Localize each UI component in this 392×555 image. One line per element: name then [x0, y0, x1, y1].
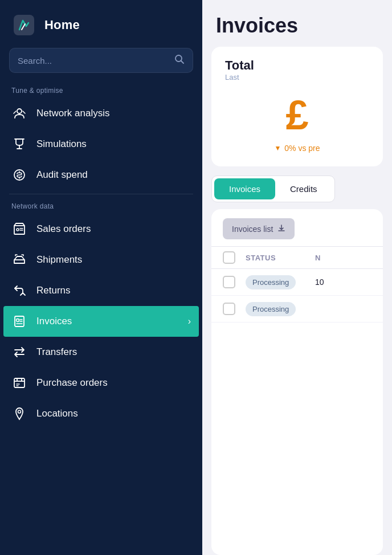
sidebar-item-shipments-label: Shipments	[36, 254, 191, 266]
purchase-orders-icon	[11, 375, 27, 391]
sidebar-item-purchase-orders[interactable]: Purchase orders	[0, 368, 202, 398]
sidebar-item-locations-label: Locations	[36, 408, 191, 419]
invoices-list-button[interactable]: Invoices list	[223, 218, 295, 239]
audit-spend-icon	[11, 167, 27, 183]
sidebar-item-invoices[interactable]: Invoices ›	[3, 306, 199, 337]
sidebar-item-shipments[interactable]: Shipments	[0, 244, 202, 275]
sidebar-item-sales-orders-label: Sales orders	[36, 223, 191, 235]
sidebar-item-transfers[interactable]: Transfers	[0, 337, 202, 368]
sidebar-item-network-analysis[interactable]: Network analysis	[0, 98, 202, 129]
sidebar-item-returns[interactable]: Returns	[0, 275, 202, 306]
svg-point-3	[17, 109, 22, 113]
transfers-icon	[11, 344, 27, 360]
select-all-checkbox[interactable]	[223, 251, 235, 264]
section-tune-label: Tune & optimise	[0, 82, 202, 98]
tabs-container: Invoices Credits	[211, 176, 335, 202]
sidebar-item-transfers-label: Transfers	[36, 346, 191, 358]
status-badge: Processing	[246, 275, 296, 289]
sidebar-divider	[9, 194, 193, 194]
section-network-label: Network data	[0, 198, 202, 214]
sales-orders-icon	[11, 221, 27, 237]
table-header-row: Status N	[211, 246, 383, 269]
summary-subtitle: Last	[225, 73, 239, 81]
svg-point-22	[18, 410, 21, 413]
sidebar-item-invoices-label: Invoices	[36, 316, 179, 327]
table-section: Invoices list Status N	[211, 209, 383, 555]
search-wrapper	[9, 48, 193, 73]
row-checkbox[interactable]	[223, 276, 235, 288]
sidebar-item-simulations-label: Simulations	[36, 138, 191, 150]
comparison-text: 0% vs pre	[284, 144, 320, 153]
row-checkbox[interactable]	[223, 303, 235, 315]
search-container	[9, 48, 193, 73]
number-header: N	[315, 254, 371, 262]
row-checkbox-cell	[223, 276, 239, 288]
table-row[interactable]: Processing 10	[211, 269, 383, 296]
search-icon	[174, 54, 185, 67]
row-checkbox-cell	[223, 303, 239, 315]
tab-invoices[interactable]: Invoices	[214, 178, 275, 199]
summary-value: £	[285, 87, 308, 144]
logo-icon[interactable]	[11, 13, 36, 38]
sidebar-header: Home	[0, 0, 202, 48]
home-label: Home	[44, 18, 80, 32]
download-icon	[277, 224, 285, 234]
sidebar: Home Tune & optimise Network analysis	[0, 0, 202, 555]
network-analysis-icon	[11, 105, 27, 121]
sidebar-item-purchase-orders-label: Purchase orders	[36, 377, 191, 389]
invoices-chevron-icon: ›	[188, 316, 191, 327]
status-cell: Processing	[246, 304, 308, 314]
svg-point-12	[17, 319, 19, 322]
simulations-icon	[11, 136, 27, 152]
invoices-list-label: Invoices list	[232, 225, 273, 234]
number-cell: 10	[315, 278, 371, 287]
summary-title: Total	[225, 58, 254, 73]
returns-icon	[11, 283, 27, 299]
sidebar-item-locations[interactable]: Locations	[0, 398, 202, 429]
shipments-icon	[11, 252, 27, 268]
svg-line-2	[181, 61, 184, 64]
status-badge: Processing	[246, 302, 296, 316]
comparison-arrow-icon: ▼	[274, 144, 281, 152]
sidebar-item-sales-orders[interactable]: Sales orders	[0, 214, 202, 244]
table-toolbar: Invoices list	[211, 209, 383, 246]
main-content: Invoices Total Last £ ▼ 0% vs pre Invoic…	[202, 0, 392, 555]
table-row[interactable]: Processing	[211, 296, 383, 323]
sidebar-item-returns-label: Returns	[36, 285, 191, 296]
sidebar-item-audit-spend[interactable]: Audit spend	[0, 160, 202, 190]
sidebar-item-network-analysis-label: Network analysis	[36, 108, 191, 119]
search-input[interactable]	[18, 56, 169, 66]
sidebar-item-simulations[interactable]: Simulations	[0, 129, 202, 160]
locations-icon	[11, 406, 27, 422]
invoices-icon	[11, 313, 27, 329]
svg-point-9	[17, 228, 19, 231]
header-checkbox-cell	[223, 251, 239, 264]
summary-card: Total Last £ ▼ 0% vs pre	[211, 47, 383, 166]
summary-comparison: ▼ 0% vs pre	[274, 144, 320, 153]
page-title: Invoices	[202, 0, 392, 47]
status-cell: Processing	[246, 277, 308, 287]
status-header: Status	[246, 254, 308, 262]
svg-rect-16	[14, 378, 24, 387]
tab-credits[interactable]: Credits	[275, 178, 332, 199]
sidebar-item-audit-spend-label: Audit spend	[36, 169, 191, 181]
